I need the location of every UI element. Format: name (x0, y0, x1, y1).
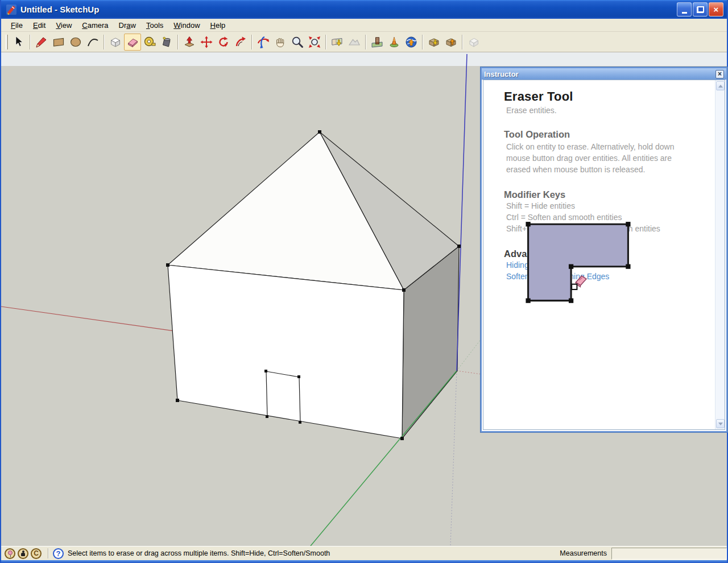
photo-textures-button[interactable] (369, 34, 386, 51)
scroll-up-button[interactable] (716, 81, 725, 90)
menu-edit[interactable]: Edit (28, 19, 51, 31)
offset-icon (234, 35, 247, 49)
c-icon: C (34, 550, 39, 557)
chevron-up-icon (718, 85, 723, 88)
terrain-icon (348, 35, 361, 49)
eraser-icon (126, 35, 139, 49)
measurements-box[interactable] (611, 548, 727, 560)
toolbar-separator (177, 35, 179, 49)
instructor-scrollbar[interactable] (715, 80, 725, 429)
rectangle-icon (52, 35, 65, 49)
measurements-label: Measurements (560, 549, 607, 557)
toolbar-separator (325, 35, 326, 49)
orbit-icon (257, 35, 270, 49)
google-earth-globe-icon (404, 35, 418, 49)
move-icon (200, 35, 213, 49)
question-icon[interactable]: ? (53, 548, 64, 559)
zoom-extents-button[interactable] (306, 34, 323, 51)
model-viewport[interactable]: Instructor × (1, 52, 727, 546)
menu-camera[interactable]: Camera (77, 19, 113, 31)
add-location-icon (330, 35, 344, 49)
status-bar: C ? Select items to erase or drag across… (1, 546, 727, 560)
paint-bucket-button[interactable] (158, 34, 175, 51)
toolbar (1, 32, 727, 52)
preview-in-google-earth-button[interactable] (403, 34, 420, 51)
status-hint-text: Select items to erase or drag across mul… (68, 549, 330, 557)
menu-draw[interactable]: Draw (114, 19, 141, 31)
share-model-button[interactable] (442, 34, 460, 51)
tape-measure-icon (143, 35, 156, 49)
add-building-button[interactable] (386, 34, 403, 51)
zoom-tool-button[interactable] (289, 34, 306, 51)
pan-tool-button[interactable] (272, 34, 289, 51)
rotate-tool-button[interactable] (215, 34, 232, 51)
rectangle-tool-button[interactable] (50, 34, 67, 51)
restore-button[interactable] (693, 2, 708, 16)
menu-tools[interactable]: Tools (141, 19, 168, 31)
minimize-button[interactable] (677, 2, 692, 16)
send-to-layout-button[interactable] (465, 34, 482, 51)
menu-file[interactable]: File (6, 19, 28, 31)
geolocation-status-icon[interactable] (5, 548, 15, 559)
toolbar-separator (251, 35, 253, 49)
eraser-tool-button[interactable] (124, 34, 141, 51)
paint-bucket-icon (160, 35, 173, 49)
arc-icon (86, 35, 100, 49)
get-models-icon (427, 35, 441, 49)
component-box-icon (109, 35, 122, 49)
toolbar-separator (422, 35, 423, 49)
add-building-icon (387, 35, 401, 49)
make-component-button[interactable] (107, 34, 124, 51)
scroll-down-button[interactable] (716, 419, 725, 428)
menu-bar: File Edit View Camera Draw Tools Window … (1, 19, 727, 32)
l-shape (528, 224, 628, 300)
instructor-close-button[interactable]: × (715, 70, 724, 78)
offset-tool-button[interactable] (232, 34, 249, 51)
toolbar-separator (104, 35, 105, 49)
instructor-panel: Instructor × (481, 67, 727, 432)
get-models-button[interactable] (425, 34, 442, 51)
blue-axis (457, 54, 467, 371)
pan-hand-icon (274, 35, 287, 49)
attribution-status-icon[interactable] (18, 548, 28, 559)
zoom-extents-icon (308, 35, 321, 49)
toolbar-separator (365, 35, 366, 49)
circle-tool-button[interactable] (67, 34, 84, 51)
line-tool-button[interactable] (33, 34, 50, 51)
toolbar-grip[interactable] (6, 35, 8, 49)
instructor-title-bar[interactable]: Instructor × (482, 68, 726, 80)
statusbar-separator (48, 548, 49, 558)
move-tool-button[interactable] (198, 34, 215, 51)
sky-band (1, 52, 727, 66)
menu-view[interactable]: View (51, 19, 77, 31)
pin-icon (8, 550, 13, 555)
window-title: Untitled - SketchUp (20, 5, 99, 14)
toggle-terrain-button[interactable] (346, 34, 363, 51)
toolbar-separator (30, 35, 31, 49)
eraser-illustration (483, 80, 725, 429)
close-button[interactable]: × (709, 2, 723, 16)
tape-measure-button[interactable] (141, 34, 158, 51)
instructor-title: Instructor (484, 70, 519, 78)
orbit-tool-button[interactable] (255, 34, 272, 51)
layout-box-icon (467, 35, 481, 49)
rotate-icon (217, 35, 230, 49)
house-model[interactable] (168, 132, 459, 438)
claim-status-icon[interactable]: C (31, 548, 42, 559)
add-location-button[interactable] (329, 34, 346, 51)
eraser-cursor-icon (572, 276, 586, 289)
push-pull-button[interactable] (181, 34, 198, 51)
title-bar: Untitled - SketchUp × (1, 0, 727, 19)
person-icon (20, 550, 26, 557)
menu-help[interactable]: Help (205, 19, 231, 31)
house-front-wall (168, 265, 404, 438)
restore-icon (697, 7, 704, 13)
select-tool-button[interactable] (10, 34, 27, 51)
toolbar-separator (462, 35, 463, 49)
instructor-content: Eraser Tool Erase entities. Tool Operati… (483, 80, 725, 430)
select-arrow-icon (12, 35, 26, 49)
push-pull-icon (183, 35, 196, 49)
arc-tool-button[interactable] (84, 34, 101, 51)
menu-window[interactable]: Window (168, 19, 205, 31)
circle-icon (69, 35, 82, 49)
